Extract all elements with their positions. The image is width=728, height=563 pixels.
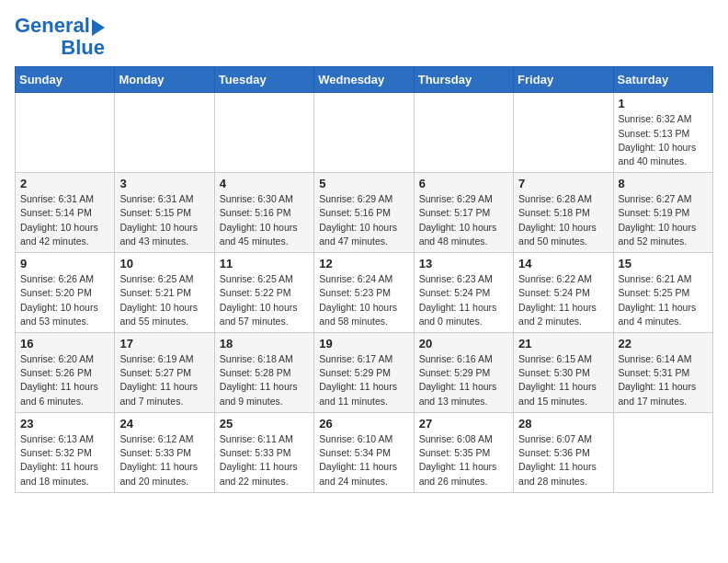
calendar-cell: 14Sunrise: 6:22 AM Sunset: 5:24 PM Dayli… — [514, 253, 613, 333]
day-number: 24 — [119, 417, 209, 431]
calendar-cell — [214, 93, 313, 173]
weekday-header-thursday: Thursday — [414, 67, 513, 93]
day-info: Sunrise: 6:27 AM Sunset: 5:19 PM Dayligh… — [619, 192, 708, 248]
logo-arrow-icon — [92, 19, 105, 36]
day-info: Sunrise: 6:14 AM Sunset: 5:31 PM Dayligh… — [619, 352, 708, 408]
calendar-cell: 23Sunrise: 6:13 AM Sunset: 5:32 PM Dayli… — [16, 412, 115, 492]
day-info: Sunrise: 6:08 AM Sunset: 5:35 PM Dayligh… — [419, 432, 508, 488]
logo-general: General — [15, 15, 90, 37]
calendar-table: SundayMondayTuesdayWednesdayThursdayFrid… — [15, 66, 713, 492]
page-header: General Blue — [15, 15, 713, 59]
day-number: 26 — [319, 417, 408, 431]
day-info: Sunrise: 6:21 AM Sunset: 5:25 PM Dayligh… — [619, 272, 708, 328]
day-number: 10 — [119, 257, 209, 270]
day-number: 20 — [419, 337, 508, 350]
day-info: Sunrise: 6:18 AM Sunset: 5:28 PM Dayligh… — [220, 352, 309, 408]
day-number: 19 — [319, 337, 408, 350]
weekday-header-sunday: Sunday — [16, 67, 115, 93]
calendar-cell: 24Sunrise: 6:12 AM Sunset: 5:33 PM Dayli… — [115, 412, 214, 492]
calendar-cell: 11Sunrise: 6:25 AM Sunset: 5:22 PM Dayli… — [214, 253, 313, 333]
day-number: 7 — [518, 177, 608, 190]
calendar-cell: 10Sunrise: 6:25 AM Sunset: 5:21 PM Dayli… — [115, 253, 214, 333]
logo-blue: Blue — [61, 37, 105, 59]
calendar-cell — [514, 93, 613, 173]
calendar-cell: 13Sunrise: 6:23 AM Sunset: 5:24 PM Dayli… — [414, 253, 513, 333]
day-number: 1 — [619, 97, 708, 110]
day-info: Sunrise: 6:16 AM Sunset: 5:29 PM Dayligh… — [419, 352, 508, 408]
calendar-cell: 16Sunrise: 6:20 AM Sunset: 5:26 PM Dayli… — [16, 333, 115, 413]
calendar-cell: 15Sunrise: 6:21 AM Sunset: 5:25 PM Dayli… — [613, 253, 712, 333]
weekday-header-friday: Friday — [514, 67, 613, 93]
calendar-cell: 1Sunrise: 6:32 AM Sunset: 5:13 PM Daylig… — [613, 93, 712, 173]
day-number: 18 — [220, 337, 309, 350]
day-number: 12 — [319, 257, 408, 270]
day-number: 4 — [220, 177, 309, 190]
day-number: 16 — [20, 337, 109, 350]
day-info: Sunrise: 6:12 AM Sunset: 5:33 PM Dayligh… — [119, 432, 209, 488]
day-info: Sunrise: 6:22 AM Sunset: 5:24 PM Dayligh… — [518, 272, 608, 328]
calendar-cell: 12Sunrise: 6:24 AM Sunset: 5:23 PM Dayli… — [314, 253, 414, 333]
calendar-cell: 8Sunrise: 6:27 AM Sunset: 5:19 PM Daylig… — [613, 173, 712, 253]
calendar-cell — [16, 93, 115, 173]
day-number: 3 — [119, 177, 209, 190]
day-info: Sunrise: 6:17 AM Sunset: 5:29 PM Dayligh… — [319, 352, 408, 408]
day-info: Sunrise: 6:32 AM Sunset: 5:13 PM Dayligh… — [619, 112, 708, 168]
calendar-cell: 6Sunrise: 6:29 AM Sunset: 5:17 PM Daylig… — [414, 173, 513, 253]
weekday-header-saturday: Saturday — [613, 67, 712, 93]
day-info: Sunrise: 6:31 AM Sunset: 5:15 PM Dayligh… — [119, 192, 209, 248]
day-info: Sunrise: 6:07 AM Sunset: 5:36 PM Dayligh… — [518, 432, 608, 488]
calendar-cell: 22Sunrise: 6:14 AM Sunset: 5:31 PM Dayli… — [613, 333, 712, 413]
calendar-cell: 27Sunrise: 6:08 AM Sunset: 5:35 PM Dayli… — [414, 412, 513, 492]
calendar-cell: 7Sunrise: 6:28 AM Sunset: 5:18 PM Daylig… — [514, 173, 613, 253]
day-info: Sunrise: 6:15 AM Sunset: 5:30 PM Dayligh… — [518, 352, 608, 408]
day-number: 28 — [518, 417, 608, 431]
day-number: 8 — [619, 177, 708, 190]
calendar-week-row: 16Sunrise: 6:20 AM Sunset: 5:26 PM Dayli… — [16, 333, 713, 413]
day-info: Sunrise: 6:29 AM Sunset: 5:17 PM Dayligh… — [419, 192, 508, 248]
logo: General Blue — [15, 15, 105, 59]
day-number: 2 — [20, 177, 109, 190]
calendar-week-row: 1Sunrise: 6:32 AM Sunset: 5:13 PM Daylig… — [16, 93, 713, 173]
calendar-week-row: 2Sunrise: 6:31 AM Sunset: 5:14 PM Daylig… — [16, 173, 713, 253]
day-number: 27 — [419, 417, 508, 431]
day-info: Sunrise: 6:26 AM Sunset: 5:20 PM Dayligh… — [20, 272, 109, 328]
day-info: Sunrise: 6:28 AM Sunset: 5:18 PM Dayligh… — [518, 192, 608, 248]
day-info: Sunrise: 6:31 AM Sunset: 5:14 PM Dayligh… — [20, 192, 109, 248]
weekday-header-wednesday: Wednesday — [314, 67, 414, 93]
day-number: 22 — [619, 337, 708, 350]
calendar-cell — [314, 93, 414, 173]
day-number: 25 — [220, 417, 309, 431]
calendar-week-row: 9Sunrise: 6:26 AM Sunset: 5:20 PM Daylig… — [16, 253, 713, 333]
day-info: Sunrise: 6:23 AM Sunset: 5:24 PM Dayligh… — [419, 272, 508, 328]
calendar-cell: 5Sunrise: 6:29 AM Sunset: 5:16 PM Daylig… — [314, 173, 414, 253]
calendar-cell — [613, 412, 712, 492]
day-number: 9 — [20, 257, 109, 270]
day-number: 11 — [220, 257, 309, 270]
calendar-cell: 4Sunrise: 6:30 AM Sunset: 5:16 PM Daylig… — [214, 173, 313, 253]
weekday-header-tuesday: Tuesday — [214, 67, 313, 93]
day-info: Sunrise: 6:25 AM Sunset: 5:22 PM Dayligh… — [220, 272, 309, 328]
calendar-cell: 3Sunrise: 6:31 AM Sunset: 5:15 PM Daylig… — [115, 173, 214, 253]
calendar-cell: 21Sunrise: 6:15 AM Sunset: 5:30 PM Dayli… — [514, 333, 613, 413]
day-number: 15 — [619, 257, 708, 270]
calendar-cell: 26Sunrise: 6:10 AM Sunset: 5:34 PM Dayli… — [314, 412, 414, 492]
calendar-header-row: SundayMondayTuesdayWednesdayThursdayFrid… — [16, 67, 713, 93]
calendar-cell: 17Sunrise: 6:19 AM Sunset: 5:27 PM Dayli… — [115, 333, 214, 413]
day-info: Sunrise: 6:30 AM Sunset: 5:16 PM Dayligh… — [220, 192, 309, 248]
calendar-cell: 20Sunrise: 6:16 AM Sunset: 5:29 PM Dayli… — [414, 333, 513, 413]
calendar-cell: 9Sunrise: 6:26 AM Sunset: 5:20 PM Daylig… — [16, 253, 115, 333]
calendar-cell: 28Sunrise: 6:07 AM Sunset: 5:36 PM Dayli… — [514, 412, 613, 492]
day-number: 21 — [518, 337, 608, 350]
day-info: Sunrise: 6:20 AM Sunset: 5:26 PM Dayligh… — [20, 352, 109, 408]
day-number: 6 — [419, 177, 508, 190]
calendar-cell — [115, 93, 214, 173]
day-number: 23 — [20, 417, 109, 431]
day-info: Sunrise: 6:13 AM Sunset: 5:32 PM Dayligh… — [20, 432, 109, 488]
day-info: Sunrise: 6:19 AM Sunset: 5:27 PM Dayligh… — [119, 352, 209, 408]
weekday-header-monday: Monday — [115, 67, 214, 93]
calendar-cell: 25Sunrise: 6:11 AM Sunset: 5:33 PM Dayli… — [214, 412, 313, 492]
day-number: 17 — [119, 337, 209, 350]
day-number: 14 — [518, 257, 608, 270]
calendar-cell — [414, 93, 513, 173]
day-info: Sunrise: 6:29 AM Sunset: 5:16 PM Dayligh… — [319, 192, 408, 248]
